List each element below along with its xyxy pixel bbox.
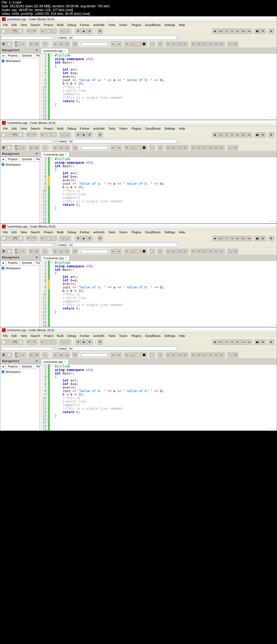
toolbar-button[interactable]: ⇤: [53, 41, 58, 47]
toolbar-button[interactable]: 📋: [51, 236, 57, 241]
toolbar-button[interactable]: ↦: [241, 236, 246, 241]
menu-debug[interactable]: Debug: [66, 334, 78, 338]
toolbar-button[interactable]: 🔧: [42, 145, 48, 150]
editor-tabs[interactable]: *comments.cpp✕: [40, 151, 277, 157]
toolbar-button[interactable]: ✂: [40, 132, 45, 137]
toolbar-button[interactable]: ▶: [81, 339, 87, 345]
toolbar-button[interactable]: 📄: [1, 132, 6, 137]
toolbar-button[interactable]: <: [20, 41, 26, 47]
toolbar-button[interactable]: ↦: [241, 339, 246, 345]
toolbar-button[interactable]: ↧: [224, 339, 229, 345]
toolbar-button[interactable]: ▮▮: [255, 339, 260, 345]
toolbar-button[interactable]: ☐: [196, 145, 202, 150]
arrow-left-icon[interactable]: ◂: [0, 260, 6, 265]
toolbar-button[interactable]: ↥: [229, 236, 235, 241]
project-tree[interactable]: Workspace: [0, 162, 39, 223]
toolbar-button[interactable]: 📂: [6, 28, 12, 34]
toolbar-button[interactable]: ⇤: [53, 145, 58, 150]
toolbar-button[interactable]: ☐: [196, 41, 202, 47]
target-selector[interactable]: [78, 146, 108, 150]
menu-edit[interactable]: Edit: [10, 230, 18, 234]
function-selector[interactable]: main() : int: [57, 139, 179, 143]
toolbar-button[interactable]: 📑: [18, 28, 23, 34]
toolbar-button[interactable]: ✂: [40, 339, 45, 345]
toolbar-button[interactable]: 🗐: [1, 352, 6, 358]
toolbar-button[interactable]: ↦: [235, 339, 240, 345]
toolbar-button[interactable]: ↦: [218, 236, 223, 241]
menu-debug[interactable]: Debug: [66, 230, 78, 234]
toolbar-button[interactable]: ⚙: [75, 132, 81, 137]
function-selector[interactable]: main() : int: [57, 243, 179, 247]
toolbar-button[interactable]: ☒: [260, 236, 266, 241]
toolbar-button[interactable]: 📋: [136, 41, 141, 47]
toolbar-button[interactable]: ☐: [219, 352, 225, 358]
toolbar-button[interactable]: ☒: [97, 339, 103, 345]
scope-toolbar[interactable]: main() : int: [0, 35, 277, 41]
toolbar-button[interactable]: ☐: [208, 249, 213, 254]
menu-view[interactable]: View: [19, 126, 29, 131]
toolbar-button[interactable]: ☒: [260, 132, 266, 137]
menu-tools+[interactable]: Tools+: [117, 126, 129, 131]
toolbar-button[interactable]: ↦: [235, 28, 240, 34]
toolbar-button[interactable]: ↥: [157, 41, 163, 47]
toolbar-button[interactable]: ↥: [229, 132, 235, 137]
menu-wxsmith[interactable]: wxSmith: [92, 23, 106, 27]
toolbar-button[interactable]: ▾: [233, 145, 238, 150]
toolbar-button[interactable]: 📑: [6, 249, 12, 254]
toolbar-button[interactable]: /** **/: [15, 352, 20, 358]
toolbar-button[interactable]: ↥: [229, 28, 235, 34]
toolbar-button[interactable]: ⇐: [110, 352, 116, 358]
toolbar-button[interactable]: 🖥: [268, 339, 274, 345]
workspace-node[interactable]: Workspace: [1, 59, 38, 63]
toolbar-button[interactable]: 🔍: [227, 41, 233, 47]
toolbar-button[interactable]: ⇐: [110, 41, 116, 47]
toolbar-button[interactable]: ▶: [81, 132, 87, 137]
close-tab-icon[interactable]: ✕: [64, 50, 66, 52]
menu-view[interactable]: View: [19, 23, 29, 27]
toolbar-button[interactable]: ☐: [171, 41, 177, 47]
toolbar-button[interactable]: ☐: [28, 352, 34, 358]
toolbar-button[interactable]: ⚙: [75, 236, 81, 241]
toolbar-button[interactable]: 🗐: [1, 249, 6, 254]
toolbar-button[interactable]: ⇒: [116, 249, 121, 254]
menu-file[interactable]: File: [1, 126, 9, 131]
editor-tab[interactable]: *comments.cpp✕: [41, 152, 70, 157]
toolbar-button[interactable]: ⚙: [87, 236, 92, 241]
toolbar-button[interactable]: ☐: [183, 41, 188, 47]
toolbar-button[interactable]: <: [20, 352, 26, 358]
secondary-toolbar[interactable]: 🗐📑/** **/<☐☑🔧⇤●⇥▾ ⇐⇒✎🔓📋🅰.:↥☐☐☐☐☐☐☐☐☐☐🔍▾: [0, 248, 277, 255]
tab-symbols[interactable]: Symbols: [19, 157, 34, 162]
toolbar-button[interactable]: ✎: [124, 352, 130, 358]
menu-settings[interactable]: Settings: [163, 230, 177, 234]
menu-debug[interactable]: Debug: [66, 23, 78, 27]
toolbar-button[interactable]: .:: [149, 41, 155, 47]
fold-gutter[interactable]: ⊟: [50, 54, 54, 120]
toolbar-button[interactable]: ↶: [26, 339, 31, 345]
scope-selector[interactable]: [1, 140, 55, 143]
editor-tab[interactable]: *comments.cpp✕: [41, 255, 70, 261]
toolbar-button[interactable]: ↦: [241, 132, 246, 137]
menu-build[interactable]: Build: [55, 230, 65, 234]
main-toolbar[interactable]: 📄📂💾📑↶↷✂📋📋🔍🔎⚙▶⚙☒ ▶↦↧↥↦↦↦▮▮☒🖥: [0, 235, 277, 242]
menu-view[interactable]: View: [19, 334, 29, 338]
toolbar-button[interactable]: 💾: [12, 28, 18, 34]
function-selector[interactable]: main() : int: [57, 35, 179, 40]
toolbar-button[interactable]: ⚙: [75, 28, 81, 34]
toolbar-button[interactable]: ☐: [183, 249, 188, 254]
menu-build[interactable]: Build: [55, 126, 65, 131]
project-tree[interactable]: Workspace: [0, 265, 39, 327]
toolbar-button[interactable]: ☐: [202, 41, 207, 47]
management-tabs[interactable]: ◂ ProjectsSymbolsFiles ▸: [0, 364, 39, 369]
editor-tabs[interactable]: *comments.cpp✕: [40, 255, 277, 261]
toolbar-button[interactable]: ☐: [28, 41, 34, 47]
toolbar-button[interactable]: ↧: [224, 132, 229, 137]
toolbar-button[interactable]: ↧: [224, 28, 229, 34]
toolbar-button[interactable]: ↥: [157, 145, 163, 150]
editor-tabs[interactable]: comments.cpp✕: [40, 359, 277, 364]
tab-projects[interactable]: Projects: [6, 260, 20, 265]
toolbar-button[interactable]: 🔍: [227, 249, 233, 254]
secondary-toolbar[interactable]: 🗐📑/** **/<☐☑🔧⇤●⇥▾ ⇐⇒✎🔓📋🅰.:↥☐☐☐☐☐☐☐☐☐☐🔍▾: [0, 41, 277, 48]
toolbar-button[interactable]: ⇒: [116, 145, 121, 150]
editor-tabs[interactable]: comments.cpp✕: [40, 48, 277, 54]
menu-doxyblocks[interactable]: DoxyBlocks: [143, 126, 162, 131]
